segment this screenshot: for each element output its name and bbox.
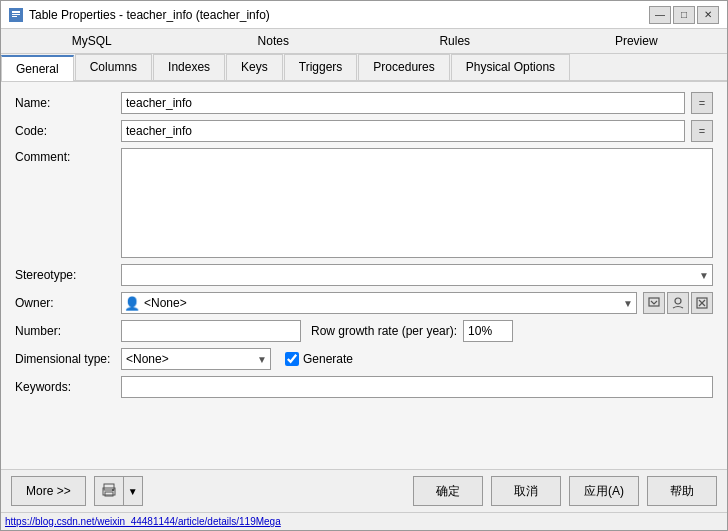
maximize-button[interactable]: □	[673, 6, 695, 24]
print-dropdown-button[interactable]: ▼	[123, 476, 143, 506]
name-row: Name: =	[15, 92, 713, 114]
svg-rect-1	[12, 11, 20, 13]
comment-textarea[interactable]	[121, 148, 713, 258]
main-window: Table Properties - teacher_info (teacher…	[0, 0, 728, 531]
apply-button[interactable]: 应用(A)	[569, 476, 639, 506]
tab-procedures[interactable]: Procedures	[358, 54, 449, 80]
tab-general[interactable]: General	[1, 55, 74, 81]
stereotype-select[interactable]	[121, 264, 713, 286]
keywords-input[interactable]	[121, 376, 713, 398]
print-button[interactable]	[94, 476, 123, 506]
owner-create-button[interactable]	[667, 292, 689, 314]
name-label: Name:	[15, 96, 115, 110]
sub-tabs: General Columns Indexes Keys Triggers Pr…	[1, 54, 727, 82]
name-eq-button[interactable]: =	[691, 92, 713, 114]
tab-columns[interactable]: Columns	[75, 54, 152, 80]
status-bar: https://blog.csdn.net/weixin_44481144/ar…	[1, 512, 727, 530]
owner-clear-button[interactable]	[691, 292, 713, 314]
dimensional-label: Dimensional type:	[15, 352, 115, 366]
svg-rect-2	[12, 14, 20, 15]
stereotype-row: Stereotype: ▼	[15, 264, 713, 286]
minimize-button[interactable]: —	[649, 6, 671, 24]
name-input[interactable]	[121, 92, 685, 114]
close-button[interactable]: ✕	[697, 6, 719, 24]
keywords-label: Keywords:	[15, 380, 115, 394]
tab-physical-options[interactable]: Physical Options	[451, 54, 570, 80]
tab-rules[interactable]: Rules	[364, 29, 546, 53]
tab-keys[interactable]: Keys	[226, 54, 283, 80]
main-tabs: MySQL Notes Rules Preview	[1, 29, 727, 54]
help-button[interactable]: 帮助	[647, 476, 717, 506]
comment-label: Comment:	[15, 148, 115, 164]
code-label: Code:	[15, 124, 115, 138]
dimensional-select[interactable]: <None>	[121, 348, 271, 370]
svg-rect-3	[12, 16, 17, 17]
title-bar: Table Properties - teacher_info (teacher…	[1, 1, 727, 29]
code-row: Code: =	[15, 120, 713, 142]
bottom-bar: More >> ▼ 确定 取消 应用(A) 帮助	[1, 469, 727, 512]
tab-notes[interactable]: Notes	[183, 29, 365, 53]
owner-label: Owner:	[15, 296, 115, 310]
growth-label: Row growth rate (per year):	[311, 324, 457, 338]
stereotype-label: Stereotype:	[15, 268, 115, 282]
window-icon	[9, 8, 23, 22]
dimensional-select-wrapper: <None> ▼	[121, 348, 271, 370]
window-title: Table Properties - teacher_info (teacher…	[29, 8, 270, 22]
tab-triggers[interactable]: Triggers	[284, 54, 358, 80]
keywords-row: Keywords:	[15, 376, 713, 398]
number-label: Number:	[15, 324, 115, 338]
owner-action-buttons	[643, 292, 713, 314]
cancel-button[interactable]: 取消	[491, 476, 561, 506]
dimensional-row: Dimensional type: <None> ▼ Generate	[15, 348, 713, 370]
number-row: Number: Row growth rate (per year):	[15, 320, 713, 342]
confirm-button[interactable]: 确定	[413, 476, 483, 506]
status-url[interactable]: https://blog.csdn.net/weixin_44481144/ar…	[5, 516, 281, 527]
generate-label[interactable]: Generate	[303, 352, 353, 366]
code-input[interactable]	[121, 120, 685, 142]
svg-point-5	[675, 298, 681, 304]
comment-row: Comment:	[15, 148, 713, 258]
tab-mysql[interactable]: MySQL	[1, 29, 183, 53]
owner-select[interactable]: <None>	[121, 292, 637, 314]
generate-check-group: Generate	[285, 352, 353, 366]
owner-row: Owner: 👤 <None> ▼	[15, 292, 713, 314]
stereotype-select-wrapper: ▼	[121, 264, 713, 286]
code-eq-button[interactable]: =	[691, 120, 713, 142]
title-bar-controls: — □ ✕	[649, 6, 719, 24]
content-area: Name: = Code: = Comment: Stereotype: ▼	[1, 82, 727, 469]
svg-rect-12	[112, 489, 114, 491]
generate-checkbox[interactable]	[285, 352, 299, 366]
title-bar-left: Table Properties - teacher_info (teacher…	[9, 8, 270, 22]
tab-preview[interactable]: Preview	[546, 29, 728, 53]
owner-select-wrapper: 👤 <None> ▼	[121, 292, 637, 314]
more-button[interactable]: More >>	[11, 476, 86, 506]
print-button-group: ▼	[94, 476, 143, 506]
owner-browse-button[interactable]	[643, 292, 665, 314]
number-input[interactable]	[121, 320, 301, 342]
growth-input[interactable]	[463, 320, 513, 342]
tab-indexes[interactable]: Indexes	[153, 54, 225, 80]
